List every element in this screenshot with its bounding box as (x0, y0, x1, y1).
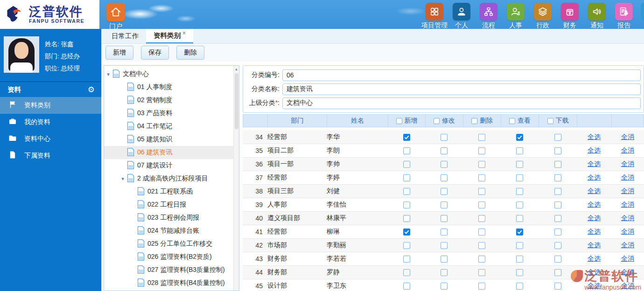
tree-item-8[interactable]: ▾ 2 成渝高铁内江标段项目 (104, 172, 239, 185)
tree-item-5[interactable]: 05 建筑知识 (104, 133, 239, 146)
clear-all-link[interactable]: 全消 (621, 241, 634, 249)
perm-checkbox-删除[interactable] (478, 215, 485, 222)
scrollbar-thumb[interactable] (235, 73, 238, 129)
perm-checkbox-新增[interactable] (403, 256, 410, 263)
perm-checkbox-删除[interactable] (478, 201, 485, 208)
clear-all-link[interactable]: 全消 (621, 187, 634, 195)
chevron-down-icon[interactable]: ▾ (104, 71, 112, 77)
scroll-up-icon[interactable]: ▲ (234, 66, 239, 71)
close-icon[interactable]: × (182, 30, 186, 36)
nav-item-portal[interactable]: 门户 (104, 3, 128, 31)
add-button[interactable]: 新增 (105, 46, 133, 60)
nav-item-2[interactable]: 流程 (475, 3, 502, 30)
perm-checkbox-修改[interactable] (441, 174, 448, 181)
category-name-input[interactable] (282, 83, 641, 95)
tree-item-12[interactable]: 024 节能减排台账 (104, 224, 239, 237)
perm-checkbox-新增[interactable] (403, 161, 410, 168)
perm-checkbox-下载[interactable] (554, 242, 561, 249)
perm-checkbox-新增[interactable] (403, 215, 410, 222)
perm-checkbox-下载[interactable] (554, 188, 561, 195)
tree-item-2[interactable]: 02 营销制度 (104, 94, 239, 107)
perm-checkbox-查看[interactable] (516, 256, 523, 263)
perm-checkbox-下载[interactable] (554, 174, 561, 181)
perm-checkbox-删除[interactable] (478, 188, 485, 195)
perm-checkbox-新增[interactable] (403, 174, 410, 181)
perm-checkbox-修改[interactable] (441, 256, 448, 263)
tree-item-10[interactable]: 022 工程日报 (104, 198, 239, 211)
perm-checkbox-下载[interactable] (554, 269, 561, 276)
perm-checkbox-查看[interactable] (516, 161, 523, 168)
perm-checkbox-查看[interactable] (516, 229, 523, 236)
perm-checkbox-修改[interactable] (441, 283, 448, 290)
perm-checkbox-查看[interactable] (516, 147, 523, 154)
nav-item-7[interactable]: 报告 (610, 3, 637, 30)
nav-item-4[interactable]: 行政 (529, 3, 556, 30)
select-all-link[interactable]: 全选 (588, 173, 601, 182)
clear-all-link[interactable]: 全消 (621, 201, 634, 209)
perm-checkbox-修改[interactable] (441, 242, 448, 249)
perm-checkbox-新增[interactable] (403, 201, 410, 208)
perm-checkbox-删除[interactable] (478, 283, 485, 290)
perm-checkbox-下载[interactable] (554, 229, 561, 236)
header-checkbox-1[interactable] (434, 118, 440, 124)
sidebar-item-folder[interactable]: 资料中心 (0, 131, 101, 147)
perm-checkbox-修改[interactable] (441, 229, 448, 236)
clear-all-link[interactable]: 全消 (621, 228, 634, 236)
parent-category-input[interactable] (282, 97, 641, 109)
sidebar-item-briefcase[interactable]: 我的资料 (0, 114, 101, 131)
select-all-link[interactable]: 全选 (588, 160, 601, 168)
perm-checkbox-删除[interactable] (478, 256, 485, 263)
tree-item-9[interactable]: 021 工程联系函 (104, 185, 239, 198)
nav-item-6[interactable]: 通知 (583, 3, 610, 30)
perm-checkbox-查看[interactable] (516, 242, 523, 249)
perm-checkbox-删除[interactable] (478, 269, 485, 276)
clear-all-link[interactable]: 全消 (621, 268, 634, 277)
perm-checkbox-查看[interactable] (516, 269, 523, 276)
perm-checkbox-修改[interactable] (441, 134, 448, 141)
perm-checkbox-删除[interactable] (478, 174, 485, 181)
select-all-link[interactable]: 全选 (588, 282, 601, 290)
perm-checkbox-查看[interactable] (516, 134, 523, 141)
tree-item-13[interactable]: 025 分工单位工作移交 (104, 237, 239, 250)
perm-checkbox-新增[interactable] (403, 188, 410, 195)
clear-all-link[interactable]: 全消 (621, 160, 634, 168)
select-all-link[interactable]: 全选 (588, 201, 601, 209)
tree-item-11[interactable]: 023 工程例会周报 (104, 211, 239, 224)
perm-checkbox-新增[interactable] (403, 242, 410, 249)
header-checkbox-3[interactable] (509, 118, 515, 124)
delete-button[interactable]: 删除 (176, 46, 204, 60)
perm-checkbox-查看[interactable] (516, 283, 523, 290)
gear-icon[interactable]: ⚙ (88, 86, 95, 94)
chevron-down-icon[interactable]: ▾ (119, 176, 127, 182)
tree-item-15[interactable]: 027 监理资料(B3质量控制) (104, 263, 239, 277)
perm-checkbox-下载[interactable] (554, 161, 561, 168)
sidebar-item-flag[interactable]: 资料类别 (0, 97, 101, 114)
perm-checkbox-修改[interactable] (441, 147, 448, 154)
clear-all-link[interactable]: 全消 (621, 133, 634, 141)
tree-item-0[interactable]: ▾ 文档中心 (104, 68, 239, 81)
tree-item-7[interactable]: 07 建筑设计 (104, 159, 239, 172)
perm-checkbox-查看[interactable] (516, 215, 523, 222)
perm-checkbox-下载[interactable] (554, 215, 561, 222)
perm-checkbox-下载[interactable] (554, 256, 561, 263)
category-number-input[interactable] (282, 69, 641, 81)
perm-checkbox-查看[interactable] (516, 188, 523, 195)
select-all-link[interactable]: 全选 (588, 241, 601, 249)
tree-item-1[interactable]: 01 人事制度 (104, 81, 239, 94)
clear-all-link[interactable]: 全消 (621, 255, 634, 263)
perm-checkbox-修改[interactable] (441, 201, 448, 208)
nav-item-3[interactable]: 人事 (502, 3, 529, 30)
perm-checkbox-新增[interactable] (403, 134, 410, 141)
perm-checkbox-下载[interactable] (554, 134, 561, 141)
perm-checkbox-修改[interactable] (441, 188, 448, 195)
perm-checkbox-新增[interactable] (403, 229, 410, 236)
select-all-link[interactable]: 全选 (588, 133, 601, 141)
tree-item-14[interactable]: 026 监理资料(B2资质) (104, 250, 239, 263)
header-checkbox-2[interactable] (471, 118, 477, 124)
tree-item-6[interactable]: 06 建筑资讯 (104, 146, 239, 159)
sidebar-item-file[interactable]: 下属资料 (0, 147, 101, 164)
perm-checkbox-删除[interactable] (478, 147, 485, 154)
select-all-link[interactable]: 全选 (588, 146, 601, 155)
perm-checkbox-删除[interactable] (478, 134, 485, 141)
select-all-link[interactable]: 全选 (588, 187, 601, 195)
